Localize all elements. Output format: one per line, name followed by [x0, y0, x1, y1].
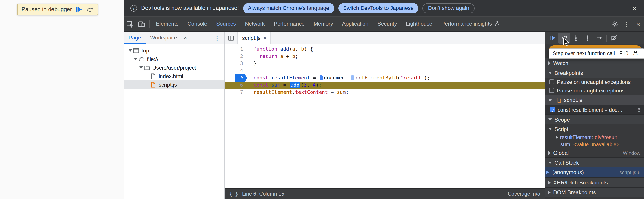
disclosure-triangle: [548, 151, 550, 155]
tab-performance[interactable]: Performance: [269, 16, 309, 31]
breakpoint-marker[interactable]: 5: [236, 74, 247, 82]
call-stack-frame[interactable]: (anonymous) script.js:6: [545, 167, 644, 177]
pretty-print-icon[interactable]: { }: [229, 191, 238, 197]
navigator-more-icon[interactable]: ⋮: [211, 34, 223, 41]
settings-gear-icon[interactable]: [609, 16, 621, 31]
code-line[interactable]: 7 resultElement.textContent = sum;: [225, 89, 545, 96]
code-editor[interactable]: 1 function add(a, b) { 2 return a + b; 3…: [225, 44, 545, 188]
deactivate-breakpoints-button[interactable]: [608, 32, 620, 43]
code-line[interactable]: 3 }: [225, 60, 545, 67]
dont-show-again-button[interactable]: Don't show again: [423, 3, 474, 13]
inline-breakpoint-marker[interactable]: [319, 75, 322, 80]
scope-script-group[interactable]: Script: [545, 124, 644, 134]
frame-icon: [133, 47, 139, 54]
code-line-with-breakpoint[interactable]: 5 const resultElement = document.getElem…: [225, 74, 545, 82]
line-number-gutter[interactable]: 1: [225, 46, 247, 53]
disclosure-triangle: [548, 118, 552, 121]
navigator-item-project-folder[interactable]: Users/user/project: [124, 63, 224, 72]
device-toolbar-icon[interactable]: [136, 16, 148, 31]
sources-panel: Page Workspace » ⋮ top file://: [124, 32, 644, 199]
navigator-item-index-html[interactable]: index.html: [124, 72, 224, 80]
tab-lighthouse[interactable]: Lighthouse: [401, 16, 436, 31]
next-function-call-highlight[interactable]: add: [290, 82, 300, 88]
navigator-item-script-js[interactable]: script.js: [124, 80, 224, 89]
tab-overflow-icon[interactable]: »: [182, 34, 188, 41]
paused-in-debugger-banner: Paused in debugger: [17, 3, 98, 15]
tab-performance-insights[interactable]: Performance insights: [437, 16, 504, 31]
more-options-icon[interactable]: ⋮: [621, 16, 632, 31]
tab-close-icon[interactable]: ×: [263, 34, 266, 41]
inspect-element-icon[interactable]: [124, 16, 136, 31]
dom-breakpoints-section-header[interactable]: DOM Breakpoints: [545, 187, 644, 197]
line-number-gutter[interactable]: 3: [225, 60, 247, 67]
breakpoint-entry[interactable]: const resultElement = doc… 5: [545, 105, 644, 114]
code-line[interactable]: 2 return a + b;: [225, 53, 545, 60]
devtools-window: i DevTools is now available in Japanese!…: [124, 0, 644, 199]
tab-memory[interactable]: Memory: [309, 16, 338, 31]
devtools-close-icon[interactable]: ×: [632, 16, 644, 31]
code-line[interactable]: 1 function add(a, b) {: [225, 46, 545, 53]
navigator-tabs: Page Workspace » ⋮: [124, 32, 224, 44]
cursor-position: Line 6, Column 15: [242, 191, 284, 197]
paused-execution-line[interactable]: 6 const sum = add(3, 4);: [225, 82, 545, 89]
frame-location: script.js:6: [620, 170, 640, 175]
disclosure-triangle[interactable]: [134, 58, 138, 60]
disclosure-triangle[interactable]: [128, 49, 132, 52]
tab-network[interactable]: Network: [240, 16, 269, 31]
file-tree: top file:// Users/user/project in: [124, 44, 224, 199]
tab-console[interactable]: Console: [183, 16, 212, 31]
browser-page-area: Paused in debugger: [0, 0, 124, 199]
switch-to-japanese-button[interactable]: Switch DevTools to Japanese: [338, 3, 418, 13]
tab-workspace[interactable]: Workspace: [146, 32, 182, 44]
line-number-gutter[interactable]: 4: [225, 67, 247, 74]
step-over-icon[interactable]: [86, 6, 94, 13]
tab-page[interactable]: Page: [124, 32, 146, 44]
infobar-close-icon[interactable]: ×: [630, 4, 638, 12]
pause-caught-checkbox[interactable]: [549, 88, 554, 93]
coverage-status: Coverage: n/a: [508, 191, 540, 197]
line-number-gutter[interactable]: 7: [225, 89, 247, 96]
step-button[interactable]: [593, 32, 605, 43]
pause-caught-exceptions-row[interactable]: Pause on caught exceptions: [545, 86, 644, 95]
editor-tab-scriptjs[interactable]: script.js ×: [237, 32, 271, 44]
navigator-item-top[interactable]: top: [124, 46, 224, 55]
inline-breakpoint-marker[interactable]: [351, 75, 354, 80]
breakpoint-file-group[interactable]: script.js: [545, 95, 644, 105]
tab-application[interactable]: Application: [338, 16, 373, 31]
step-out-button[interactable]: [582, 32, 593, 43]
tab-security[interactable]: Security: [373, 16, 402, 31]
pause-uncaught-exceptions-row[interactable]: Pause on uncaught exceptions: [545, 78, 644, 86]
debugger-controls: [545, 32, 644, 44]
tab-sources[interactable]: Sources: [212, 16, 240, 31]
scope-section-header[interactable]: Scope: [545, 114, 644, 124]
file-icon: [150, 81, 156, 88]
step-into-button[interactable]: [570, 32, 582, 43]
scope-var-resultelement[interactable]: resultElement: div#result: [545, 134, 644, 141]
xhr-breakpoints-section-header[interactable]: XHR/fetch Breakpoints: [545, 177, 644, 187]
navigator-item-file-protocol[interactable]: file://: [124, 55, 224, 63]
infobar-message: DevTools is now available in Japanese!: [141, 5, 239, 11]
breakpoint-enabled-checkbox[interactable]: [550, 107, 555, 112]
tab-elements[interactable]: Elements: [152, 16, 183, 31]
disclosure-triangle: [548, 61, 550, 65]
code-line[interactable]: 4: [225, 67, 545, 74]
mouse-cursor: [563, 38, 569, 46]
always-match-language-button[interactable]: Always match Chrome's language: [243, 3, 334, 13]
line-number-gutter[interactable]: 6: [225, 82, 247, 89]
scope-global-row[interactable]: Global Window: [545, 148, 644, 158]
line-number-gutter[interactable]: 5: [225, 74, 247, 82]
scope-var-sum[interactable]: sum: <value unavailable>: [545, 141, 644, 148]
breakpoints-section-header[interactable]: Breakpoints: [545, 68, 644, 78]
call-stack-section-header[interactable]: Call Stack: [545, 158, 644, 167]
line-number-gutter[interactable]: 2: [225, 53, 247, 60]
disclosure-triangle: [548, 72, 552, 74]
resume-button[interactable]: [546, 32, 558, 43]
watch-section-header[interactable]: Watch: [545, 58, 644, 68]
disclosure-triangle: [548, 191, 550, 194]
disclosure-triangle[interactable]: [139, 66, 143, 69]
toggle-navigator-icon[interactable]: [225, 32, 237, 44]
resume-script-icon[interactable]: [76, 6, 83, 13]
breakpoint-line-number: 5: [638, 107, 640, 112]
line-number: 3: [236, 60, 247, 67]
pause-uncaught-checkbox[interactable]: [549, 79, 554, 84]
